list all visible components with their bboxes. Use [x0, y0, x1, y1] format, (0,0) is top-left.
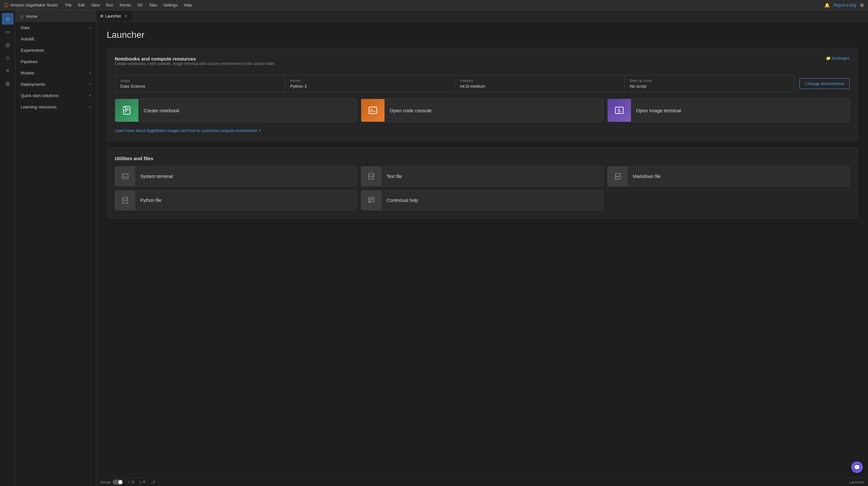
open-image-terminal-button[interactable]: $ Open image terminal [607, 99, 849, 122]
status-gear-icon: ⚙ [143, 480, 146, 484]
sidebar-item-experiments[interactable]: Experiments [16, 44, 96, 56]
menu-view[interactable]: View [89, 2, 102, 8]
create-notebook-icon [115, 99, 138, 122]
create-notebook-button[interactable]: Create notebook [115, 99, 357, 122]
sidebar-item-label-automl: AutoML [21, 36, 35, 41]
sidebar-icon-grid[interactable]: ⊞ [2, 78, 13, 89]
env-image: Image Data Science [115, 75, 285, 92]
open-image-terminal-label: Open image terminal [636, 108, 681, 113]
open-code-console-label: Open code console [390, 108, 431, 113]
settings-gear-icon[interactable]: ⚙ [860, 3, 864, 8]
chevron-down-icon-learning: ▾ [89, 105, 91, 109]
svg-rect-17 [369, 198, 374, 202]
env-image-value: Data Science [120, 84, 279, 89]
launcher-main-content: Launcher Notebooks and compute resources… [96, 22, 868, 478]
sidebar-icon-list[interactable]: ≡ [2, 65, 13, 77]
learn-more-link[interactable]: Learn more about SageMaker images and ho… [115, 128, 849, 133]
env-instance-value: ml.t3.medium [460, 84, 619, 89]
menu-help[interactable]: Help [181, 2, 195, 8]
svg-rect-9 [122, 174, 128, 179]
chevron-down-icon-models: ▾ [89, 71, 91, 75]
menu-file[interactable]: File [63, 2, 74, 8]
menu-kernel[interactable]: Kernel [117, 2, 133, 8]
chat-bubble-button[interactable]: 💬 [851, 461, 863, 473]
markdown-file-button[interactable]: MD Markdown file [607, 166, 849, 186]
menubar: ⬡ Amazon SageMaker Studio File Edit View… [0, 0, 868, 10]
menubar-right: 🔔 Report a bug ⚙ [824, 3, 864, 8]
notification-icon[interactable]: 🔔 [824, 3, 830, 8]
home-nav-icon: ⌂ [21, 13, 23, 19]
open-code-console-icon [361, 99, 384, 122]
status-count1: 1 ⊞ [128, 480, 134, 484]
env-kernel: Kernel Python 3 [285, 75, 455, 92]
utilities-section-card: Utilities and files System terminal [107, 148, 858, 218]
status-mode-label: Simple [100, 480, 111, 484]
sidebar-item-label-deployments: Deployments [21, 82, 45, 87]
menu-settings[interactable]: Settings [161, 2, 180, 8]
env-kernel-value: Python 3 [290, 84, 449, 89]
chevron-down-icon-deployments: ▾ [89, 83, 91, 86]
svg-rect-5 [369, 107, 377, 114]
sidebar-icon-files[interactable]: ▭ [2, 26, 13, 37]
env-instance: Instance ml.t3.medium [455, 75, 624, 92]
utilities-grid-row2: PY Python file [115, 190, 849, 210]
sidebar-item-data[interactable]: Data ▾ [16, 22, 96, 33]
simple-mode-toggle[interactable] [113, 480, 123, 485]
sidebar-item-label-data: Data [21, 25, 29, 30]
text-file-icon: TXT [361, 166, 381, 186]
packages-link[interactable]: 📁 /packages [826, 56, 849, 61]
tab-launcher-label: Launcher [105, 14, 121, 19]
sidebar-item-automl[interactable]: AutoML [16, 33, 96, 44]
tab-close-button[interactable]: ✕ [123, 13, 128, 19]
change-environment-button[interactable]: Change environment [800, 78, 849, 89]
svg-text:MD: MD [616, 175, 619, 178]
markdown-file-icon: MD [608, 166, 628, 186]
contextual-help-button[interactable]: Contextual help [361, 190, 603, 210]
status-launcher-label: Launcher [849, 480, 864, 484]
app-name: Amazon SageMaker Studio [10, 3, 58, 7]
menu-git[interactable]: Git [135, 2, 145, 8]
svg-text:TXT: TXT [370, 175, 374, 178]
text-file-button[interactable]: TXT Text file [361, 166, 603, 186]
launcher-tab-icon: ⊞ [100, 14, 103, 18]
sidebar-icon-home[interactable]: ⌂ [2, 13, 13, 25]
icon-sidebar: ⌂ ▭ ◎ ◇ ≡ ⊞ [0, 10, 16, 486]
tab-launcher[interactable]: ⊞ Launcher ✕ [96, 10, 133, 22]
sidebar-item-learning[interactable]: Learning resources ▾ [16, 101, 96, 113]
sidebar-item-pipelines[interactable]: Pipelines [16, 56, 96, 67]
contextual-help-icon [361, 190, 381, 210]
chevron-down-icon: ▾ [89, 26, 91, 29]
status-count2: 1 ⚙ [140, 480, 146, 484]
sidebar-item-quickstart[interactable]: Quick start solutions ▾ [16, 90, 96, 101]
sidebar-item-label-home: Home [26, 14, 37, 19]
sidebar-item-home[interactable]: ⌂ Home [16, 10, 96, 22]
sidebar-item-label-learning: Learning resources [21, 104, 57, 109]
svg-text:$: $ [617, 108, 621, 114]
menu-edit[interactable]: Edit [75, 2, 87, 8]
python-file-icon: PY [115, 190, 135, 210]
contextual-help-label: Contextual help [386, 198, 418, 203]
open-code-console-button[interactable]: Open code console [361, 99, 603, 122]
sidebar-icon-circle[interactable]: ◎ [2, 39, 13, 51]
system-terminal-button[interactable]: System terminal [115, 166, 357, 186]
python-file-button[interactable]: PY Python file [115, 190, 357, 210]
menu-items: File Edit View Run Kernel Git Tabs Setti… [63, 2, 824, 8]
utilities-section-title: Utilities and files [115, 156, 849, 161]
menu-tabs[interactable]: Tabs [146, 2, 159, 8]
env-startup-label: Start-up script [630, 79, 789, 83]
status-number1: 1 [128, 480, 130, 484]
environment-row: Image Data Science Kernel Python 3 Insta… [115, 75, 849, 92]
report-bug-link[interactable]: Report a bug [834, 3, 856, 7]
action-buttons-grid: Create notebook Open code console [115, 99, 849, 122]
sidebar-item-label-pipelines: Pipelines [21, 59, 38, 64]
chevron-down-icon-quickstart: ▾ [89, 94, 91, 97]
sidebar-icon-deploy[interactable]: ◇ [2, 52, 13, 63]
menu-run[interactable]: Run [103, 2, 116, 8]
sidebar-item-models[interactable]: Models ▾ [16, 67, 96, 79]
text-file-label: Text file [386, 174, 402, 179]
notebooks-section-card: Notebooks and compute resources Create n… [107, 48, 858, 141]
notebooks-section-subtitle: Create notebooks, code console, image te… [115, 61, 276, 66]
status-bar: Simple 1 ⊞ 1 ⚙ ⎇ Launcher [96, 478, 868, 486]
git-branch-icon: ⎇ [151, 480, 155, 484]
sidebar-item-deployments[interactable]: Deployments ▾ [16, 79, 96, 90]
